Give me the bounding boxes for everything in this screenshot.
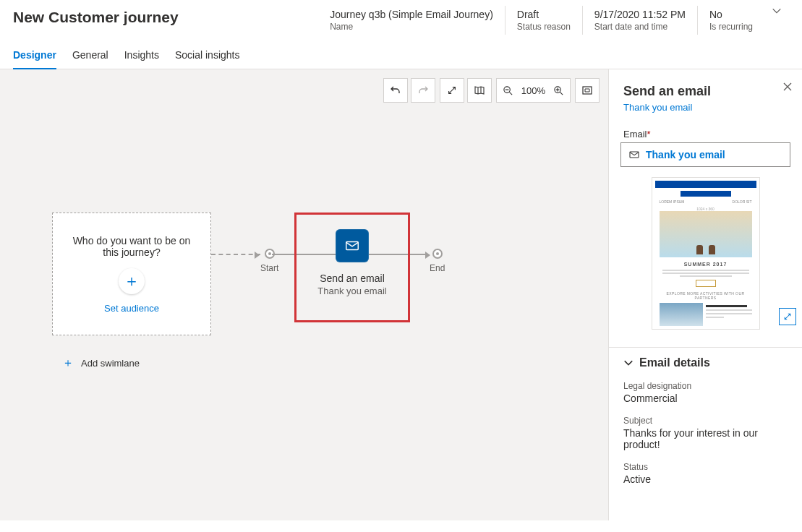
panel-title: Send an email bbox=[623, 84, 788, 99]
meta-name-value: Journey q3b (Simple Email Journey) bbox=[330, 9, 493, 20]
add-swimlane-button[interactable]: ＋ Add swimlane bbox=[62, 356, 140, 371]
meta-name[interactable]: Journey q3b (Simple Email Journey) Name bbox=[318, 6, 505, 35]
canvas-toolbar: 100% bbox=[383, 78, 600, 103]
email-lookup-field[interactable]: Thank you email bbox=[620, 142, 790, 167]
end-label: End bbox=[430, 263, 445, 273]
detail-legal-label: Legal designation bbox=[623, 381, 788, 391]
svg-rect-2 bbox=[583, 87, 592, 94]
arrow-icon bbox=[255, 252, 260, 259]
start-node[interactable]: Start bbox=[260, 249, 278, 273]
undo-button[interactable] bbox=[383, 78, 408, 103]
detail-status: Status Active bbox=[609, 459, 802, 494]
detail-subject: Subject Thanks for your interest in our … bbox=[609, 413, 802, 459]
designer-canvas[interactable]: 100% Who do you want to be on this journ… bbox=[0, 69, 608, 520]
preview-tagline: EXPLORE MORE ACTIVITIES WITH OUR PARTNER… bbox=[660, 291, 752, 300]
mail-icon bbox=[344, 238, 360, 254]
tab-general[interactable]: General bbox=[72, 45, 108, 69]
email-tile-icon bbox=[336, 229, 369, 262]
tab-designer[interactable]: Designer bbox=[13, 45, 56, 69]
add-swimlane-label: Add swimlane bbox=[81, 358, 140, 369]
required-indicator: * bbox=[647, 129, 651, 140]
minimap-button[interactable] bbox=[467, 78, 492, 103]
zoom-out-icon bbox=[503, 85, 513, 96]
email-preview[interactable]: LOREM IPSUMDOLOR SIT 1024 x 360 SUMMER 2… bbox=[652, 177, 760, 330]
redo-button[interactable] bbox=[411, 78, 435, 103]
chevron-down-icon bbox=[772, 6, 782, 16]
expand-diagonal-icon bbox=[447, 85, 457, 95]
meta-recurring[interactable]: No Is recurring bbox=[697, 6, 764, 35]
detail-subject-value: Thanks for your interest in our product! bbox=[623, 427, 788, 450]
undo-icon bbox=[390, 85, 401, 96]
zoom-in-button[interactable] bbox=[547, 79, 570, 102]
page-header: New Customer journey Journey q3b (Simple… bbox=[0, 0, 802, 38]
node-dot-icon bbox=[432, 249, 443, 259]
email-tile-selected[interactable]: Send an email Thank you email bbox=[294, 213, 410, 322]
email-tile-title: Send an email bbox=[320, 273, 385, 284]
properties-panel: Send an email Thank you email Email* Tha… bbox=[608, 69, 802, 520]
audience-prompt-text: Who do you want to be on this journey? bbox=[67, 235, 197, 258]
fit-to-screen-button[interactable] bbox=[575, 78, 600, 103]
preview-expand-button[interactable] bbox=[779, 308, 796, 325]
email-preview-frame: LOREM IPSUMDOLOR SIT 1024 x 360 SUMMER 2… bbox=[652, 177, 760, 330]
zoom-control: 100% bbox=[496, 78, 571, 103]
panel-close-button[interactable] bbox=[783, 82, 792, 91]
detail-subject-label: Subject bbox=[623, 416, 788, 426]
detail-legal-value: Commercial bbox=[623, 392, 788, 404]
header-meta-group: Journey q3b (Simple Email Journey) Name … bbox=[318, 6, 764, 35]
add-audience-button[interactable]: ＋ bbox=[119, 268, 145, 294]
header-expand-button[interactable] bbox=[764, 6, 789, 16]
meta-recurring-value: No bbox=[709, 9, 753, 20]
detail-status-value: Active bbox=[623, 473, 788, 485]
close-icon bbox=[783, 82, 792, 91]
panel-email-link[interactable]: Thank you email bbox=[623, 102, 788, 113]
email-tile-subtitle: Thank you email bbox=[317, 286, 386, 296]
start-label: Start bbox=[260, 263, 278, 273]
zoom-out-button[interactable] bbox=[497, 79, 520, 102]
meta-status[interactable]: Draft Status reason bbox=[505, 6, 582, 35]
set-audience-link[interactable]: Set audience bbox=[104, 303, 159, 314]
tab-insights[interactable]: Insights bbox=[124, 45, 159, 69]
email-details-title: Email details bbox=[639, 356, 710, 369]
preview-heading: SUMMER 2017 bbox=[655, 262, 756, 267]
mail-icon bbox=[628, 149, 640, 160]
plus-icon: ＋ bbox=[124, 270, 140, 292]
end-node[interactable]: End bbox=[430, 249, 445, 273]
detail-status-label: Status bbox=[623, 462, 788, 472]
audience-placeholder-tile[interactable]: Who do you want to be on this journey? ＋… bbox=[52, 213, 211, 335]
zoom-level: 100% bbox=[520, 85, 547, 96]
connector-audience-to-start bbox=[211, 254, 260, 255]
expand-diagonal-icon bbox=[783, 312, 792, 321]
svg-rect-3 bbox=[346, 242, 359, 250]
tab-social-insights[interactable]: Social insights bbox=[175, 45, 240, 69]
fullscreen-button[interactable] bbox=[440, 78, 464, 103]
meta-status-value: Draft bbox=[517, 9, 571, 20]
svg-rect-4 bbox=[630, 152, 639, 158]
meta-start-date-value: 9/17/2020 11:52 PM bbox=[594, 9, 686, 20]
fit-screen-icon bbox=[581, 85, 593, 96]
plus-icon: ＋ bbox=[62, 356, 74, 371]
meta-start-date[interactable]: 9/17/2020 11:52 PM Start date and time bbox=[582, 6, 697, 35]
email-field-label-text: Email bbox=[623, 129, 647, 140]
meta-start-date-label: Start date and time bbox=[594, 22, 686, 32]
email-details-header[interactable]: Email details bbox=[609, 348, 802, 378]
zoom-in-icon bbox=[553, 85, 564, 96]
redo-icon bbox=[417, 85, 429, 96]
tab-bar: Designer General Insights Social insight… bbox=[0, 38, 802, 69]
email-lookup-value: Thank you email bbox=[646, 149, 725, 160]
meta-status-label: Status reason bbox=[517, 22, 571, 32]
page-title: New Customer journey bbox=[13, 6, 179, 26]
meta-name-label: Name bbox=[330, 22, 493, 32]
email-field-label: Email* bbox=[609, 119, 802, 142]
meta-recurring-label: Is recurring bbox=[709, 22, 753, 32]
detail-legal: Legal designation Commercial bbox=[609, 378, 802, 413]
map-icon bbox=[474, 85, 485, 96]
chevron-down-icon bbox=[623, 358, 634, 368]
